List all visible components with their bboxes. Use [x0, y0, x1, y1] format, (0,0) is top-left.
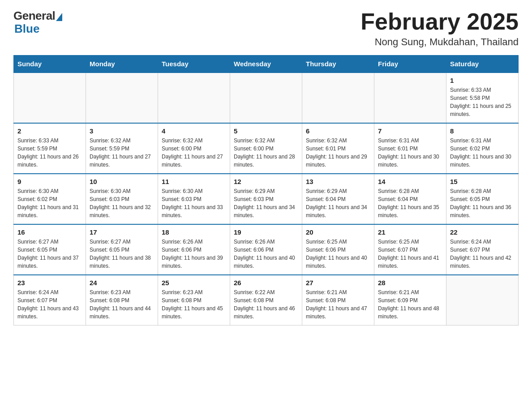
day-info: Sunrise: 6:30 AMSunset: 6:03 PMDaylight:… [162, 187, 226, 219]
table-row: 21Sunrise: 6:25 AMSunset: 6:07 PMDayligh… [374, 224, 446, 275]
table-row: 14Sunrise: 6:28 AMSunset: 6:04 PMDayligh… [374, 174, 446, 224]
day-number: 11 [162, 178, 226, 185]
day-info: Sunrise: 6:21 AMSunset: 6:08 PMDaylight:… [306, 288, 370, 321]
table-row [158, 73, 230, 123]
day-number: 13 [306, 178, 370, 185]
table-row: 9Sunrise: 6:30 AMSunset: 6:02 PMDaylight… [14, 174, 86, 224]
day-info: Sunrise: 6:25 AMSunset: 6:07 PMDaylight:… [378, 238, 442, 270]
day-number: 5 [234, 127, 298, 135]
table-row [302, 73, 374, 123]
col-sunday: Sunday [14, 56, 86, 73]
table-row: 1Sunrise: 6:33 AMSunset: 5:58 PMDaylight… [446, 73, 519, 123]
month-title: February 2025 [360, 9, 519, 34]
day-info: Sunrise: 6:29 AMSunset: 6:03 PMDaylight:… [234, 187, 298, 219]
calendar-week-4: 16Sunrise: 6:27 AMSunset: 6:05 PMDayligh… [14, 224, 519, 275]
table-row: 24Sunrise: 6:23 AMSunset: 6:08 PMDayligh… [86, 275, 158, 325]
day-info: Sunrise: 6:32 AMSunset: 6:00 PMDaylight:… [162, 137, 226, 169]
day-info: Sunrise: 6:23 AMSunset: 6:08 PMDaylight:… [162, 288, 226, 321]
table-row [230, 73, 302, 123]
day-number: 12 [234, 178, 298, 185]
day-number: 4 [162, 127, 226, 135]
logo-blue-text: Blue [14, 22, 39, 36]
day-info: Sunrise: 6:26 AMSunset: 6:06 PMDaylight:… [234, 238, 298, 270]
table-row: 7Sunrise: 6:31 AMSunset: 6:01 PMDaylight… [374, 123, 446, 174]
table-row: 27Sunrise: 6:21 AMSunset: 6:08 PMDayligh… [302, 275, 374, 325]
table-row [86, 73, 158, 123]
day-number: 24 [90, 279, 154, 287]
col-friday: Friday [374, 56, 446, 73]
day-info: Sunrise: 6:31 AMSunset: 6:01 PMDaylight:… [378, 137, 442, 169]
calendar-header-row: Sunday Monday Tuesday Wednesday Thursday… [14, 56, 519, 73]
day-number: 18 [162, 228, 226, 236]
day-info: Sunrise: 6:27 AMSunset: 6:05 PMDaylight:… [17, 238, 82, 270]
logo-triangle-icon [56, 13, 62, 21]
table-row [446, 275, 519, 325]
table-row: 17Sunrise: 6:27 AMSunset: 6:05 PMDayligh… [86, 224, 158, 275]
table-row: 18Sunrise: 6:26 AMSunset: 6:06 PMDayligh… [158, 224, 230, 275]
day-number: 16 [17, 228, 82, 236]
table-row: 16Sunrise: 6:27 AMSunset: 6:05 PMDayligh… [14, 224, 86, 275]
calendar-week-5: 23Sunrise: 6:24 AMSunset: 6:07 PMDayligh… [14, 275, 519, 325]
day-info: Sunrise: 6:32 AMSunset: 6:00 PMDaylight:… [234, 137, 298, 169]
calendar-week-3: 9Sunrise: 6:30 AMSunset: 6:02 PMDaylight… [14, 174, 519, 224]
day-info: Sunrise: 6:23 AMSunset: 6:08 PMDaylight:… [90, 288, 154, 321]
table-row: 22Sunrise: 6:24 AMSunset: 6:07 PMDayligh… [446, 224, 519, 275]
table-row: 19Sunrise: 6:26 AMSunset: 6:06 PMDayligh… [230, 224, 302, 275]
day-info: Sunrise: 6:28 AMSunset: 6:05 PMDaylight:… [450, 187, 515, 219]
table-row: 26Sunrise: 6:22 AMSunset: 6:08 PMDayligh… [230, 275, 302, 325]
day-number: 3 [90, 127, 154, 135]
day-number: 10 [90, 178, 154, 185]
calendar-week-2: 2Sunrise: 6:33 AMSunset: 5:59 PMDaylight… [14, 123, 519, 174]
table-row: 5Sunrise: 6:32 AMSunset: 6:00 PMDaylight… [230, 123, 302, 174]
day-number: 25 [162, 279, 226, 287]
col-wednesday: Wednesday [230, 56, 302, 73]
day-number: 6 [306, 127, 370, 135]
table-row: 23Sunrise: 6:24 AMSunset: 6:07 PMDayligh… [14, 275, 86, 325]
day-info: Sunrise: 6:21 AMSunset: 6:09 PMDaylight:… [378, 288, 442, 321]
day-number: 1 [450, 77, 515, 84]
table-row: 13Sunrise: 6:29 AMSunset: 6:04 PMDayligh… [302, 174, 374, 224]
day-number: 8 [450, 127, 515, 135]
day-number: 9 [17, 178, 82, 185]
day-number: 27 [306, 279, 370, 287]
logo: General Blue [13, 9, 62, 36]
col-monday: Monday [86, 56, 158, 73]
day-number: 15 [450, 178, 515, 185]
table-row: 3Sunrise: 6:32 AMSunset: 5:59 PMDaylight… [86, 123, 158, 174]
page-header: General Blue February 2025 Nong Sung, Mu… [13, 9, 519, 48]
table-row: 8Sunrise: 6:31 AMSunset: 6:02 PMDaylight… [446, 123, 519, 174]
table-row [374, 73, 446, 123]
day-info: Sunrise: 6:29 AMSunset: 6:04 PMDaylight:… [306, 187, 370, 219]
day-info: Sunrise: 6:32 AMSunset: 5:59 PMDaylight:… [90, 137, 154, 169]
col-saturday: Saturday [446, 56, 519, 73]
day-number: 20 [306, 228, 370, 236]
day-number: 17 [90, 228, 154, 236]
calendar-table: Sunday Monday Tuesday Wednesday Thursday… [13, 55, 519, 325]
day-number: 26 [234, 279, 298, 287]
table-row: 25Sunrise: 6:23 AMSunset: 6:08 PMDayligh… [158, 275, 230, 325]
col-thursday: Thursday [302, 56, 374, 73]
day-number: 21 [378, 228, 442, 236]
day-info: Sunrise: 6:26 AMSunset: 6:06 PMDaylight:… [162, 238, 226, 270]
location-subtitle: Nong Sung, Mukdahan, Thailand [360, 36, 519, 48]
day-info: Sunrise: 6:28 AMSunset: 6:04 PMDaylight:… [378, 187, 442, 219]
day-number: 2 [17, 127, 82, 135]
col-tuesday: Tuesday [158, 56, 230, 73]
day-info: Sunrise: 6:30 AMSunset: 6:03 PMDaylight:… [90, 187, 154, 219]
day-number: 23 [17, 279, 82, 287]
table-row: 20Sunrise: 6:25 AMSunset: 6:06 PMDayligh… [302, 224, 374, 275]
day-info: Sunrise: 6:30 AMSunset: 6:02 PMDaylight:… [17, 187, 82, 219]
logo-general-text: General [13, 9, 55, 23]
day-info: Sunrise: 6:24 AMSunset: 6:07 PMDaylight:… [17, 288, 82, 321]
table-row: 11Sunrise: 6:30 AMSunset: 6:03 PMDayligh… [158, 174, 230, 224]
day-number: 22 [450, 228, 515, 236]
table-row: 12Sunrise: 6:29 AMSunset: 6:03 PMDayligh… [230, 174, 302, 224]
table-row: 15Sunrise: 6:28 AMSunset: 6:05 PMDayligh… [446, 174, 519, 224]
day-number: 19 [234, 228, 298, 236]
day-info: Sunrise: 6:33 AMSunset: 5:58 PMDaylight:… [450, 86, 515, 118]
day-info: Sunrise: 6:22 AMSunset: 6:08 PMDaylight:… [234, 288, 298, 321]
title-section: February 2025 Nong Sung, Mukdahan, Thail… [360, 9, 519, 48]
table-row: 10Sunrise: 6:30 AMSunset: 6:03 PMDayligh… [86, 174, 158, 224]
day-info: Sunrise: 6:31 AMSunset: 6:02 PMDaylight:… [450, 137, 515, 169]
table-row: 28Sunrise: 6:21 AMSunset: 6:09 PMDayligh… [374, 275, 446, 325]
